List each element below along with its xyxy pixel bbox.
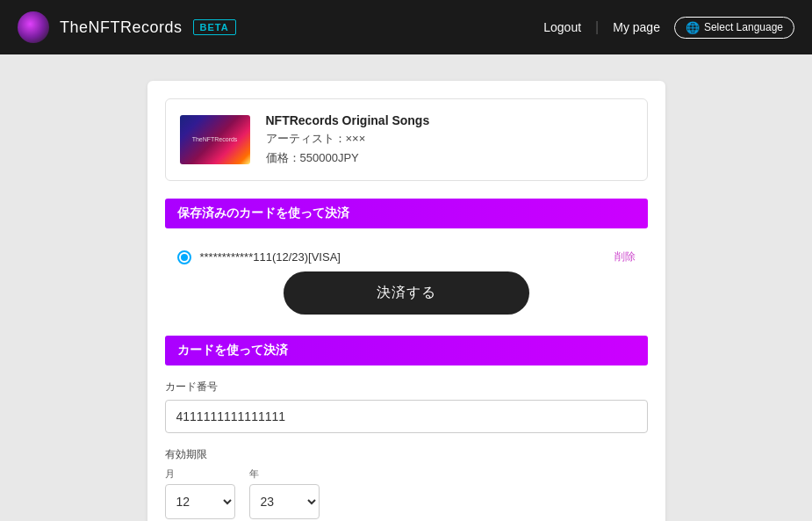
expiry-row: 月 12 01 02 03 04 05 06 07 08 09 1 (165, 467, 648, 519)
beta-badge: BETA (193, 19, 236, 35)
thumb-text: TheNFTRecords (190, 134, 240, 145)
expiry-label: 有効期限 (165, 447, 648, 462)
month-label: 月 (165, 467, 235, 481)
pay-button-wrapper: 決済する (165, 271, 648, 315)
select-language-label: Select Language (704, 21, 783, 33)
new-card-section: カードを使って決済 カード番号 有効期限 月 12 01 02 03 04 (165, 336, 648, 521)
saved-card-row: ************111(12/23)[VISA] 削除 (165, 242, 648, 271)
product-title: NFTRecords Original Songs (266, 113, 430, 127)
main-content: TheNFTRecords NFTRecords Original Songs … (0, 54, 812, 521)
card-number-input[interactable] (165, 400, 648, 433)
mypage-link[interactable]: My page (613, 20, 660, 34)
nav-divider: | (595, 19, 599, 35)
expiry-group: 有効期限 月 12 01 02 03 04 05 06 07 (165, 447, 648, 519)
saved-card-number: ************111(12/23)[VISA] (200, 250, 341, 264)
month-group: 月 12 01 02 03 04 05 06 07 08 09 1 (165, 467, 235, 519)
month-select[interactable]: 12 01 02 03 04 05 06 07 08 09 10 11 (165, 484, 235, 519)
year-select[interactable]: 23 24 25 26 27 28 29 30 (249, 484, 320, 519)
logo-text: TheNFTRecords (60, 18, 183, 37)
select-language-button[interactable]: 🌐 Select Language (674, 17, 794, 39)
saved-card-section: 保存済みのカードを使って決済 ************111(12/23)[VI… (165, 199, 648, 315)
logout-link[interactable]: Logout (543, 20, 581, 34)
header: TheNFTRecords BETA Logout | My page 🌐 Se… (0, 0, 812, 54)
year-group: 年 23 24 25 26 27 28 29 30 (249, 467, 320, 519)
delete-card-link[interactable]: 削除 (614, 250, 636, 264)
new-card-header: カードを使って決済 (165, 336, 648, 365)
product-card: TheNFTRecords NFTRecords Original Songs … (165, 98, 648, 181)
logo-icon (18, 11, 49, 43)
radio-inner (181, 254, 188, 261)
product-info: NFTRecords Original Songs アーティスト：××× 価格：… (266, 113, 430, 166)
product-artist: アーティスト：××× (266, 131, 430, 147)
card-number-group: カード番号 (165, 380, 648, 433)
card-radio-button[interactable] (177, 250, 191, 264)
product-thumbnail: TheNFTRecords (180, 115, 250, 164)
year-label: 年 (249, 467, 320, 481)
saved-card-header: 保存済みのカードを使って決済 (165, 199, 648, 228)
page-container: TheNFTRecords NFTRecords Original Songs … (147, 81, 665, 521)
saved-card-left: ************111(12/23)[VISA] (177, 250, 341, 264)
product-price: 価格：550000JPY (266, 150, 430, 166)
pay-button[interactable]: 決済する (284, 271, 529, 315)
card-number-label: カード番号 (165, 380, 648, 394)
header-nav: Logout | My page 🌐 Select Language (543, 17, 794, 39)
globe-icon: 🌐 (686, 21, 700, 34)
